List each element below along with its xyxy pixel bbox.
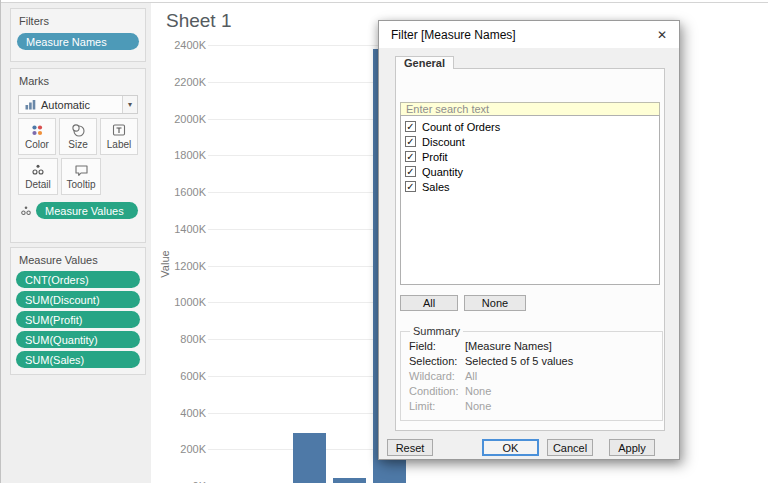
y-axis-tick-label: 1600K bbox=[158, 186, 206, 198]
summary-row-label: Limit: bbox=[409, 400, 465, 412]
measure-pill-sum-discount[interactable]: SUM(Discount) bbox=[16, 291, 140, 308]
summary-legend: Summary bbox=[410, 325, 463, 337]
filter-pill-measure-names[interactable]: Measure Names bbox=[17, 33, 139, 50]
detail-dots-icon bbox=[31, 163, 45, 177]
window-top-border bbox=[0, 2, 768, 3]
summary-row-value: Selected 5 of 5 values bbox=[465, 355, 573, 367]
measure-pill-sum-quantity[interactable]: SUM(Quantity) bbox=[16, 331, 140, 348]
mark-type-dropdown[interactable]: Automatic ▾ bbox=[18, 95, 138, 114]
measure-pill-label: SUM(Profit) bbox=[25, 314, 82, 326]
marks-button-grid: Color Size Label bbox=[18, 118, 138, 195]
summary-row-value: All bbox=[465, 370, 477, 382]
window-left-border bbox=[0, 0, 1, 483]
checkbox-checked-icon[interactable]: ✓ bbox=[405, 121, 416, 132]
detail-button[interactable]: Detail bbox=[18, 158, 58, 195]
y-axis-tick-label: 1800K bbox=[158, 149, 206, 161]
marks-card: Marks Automatic ▾ bbox=[10, 68, 146, 243]
y-axis-tick-label: 1400K bbox=[158, 223, 206, 235]
label-t-icon bbox=[112, 123, 126, 137]
color-dots-icon bbox=[30, 123, 44, 137]
size-button-label: Size bbox=[68, 140, 87, 150]
measure-pill-sum-sales[interactable]: SUM(Sales) bbox=[16, 351, 140, 368]
measure-pill-cnt-orders[interactable]: CNT(Orders) bbox=[16, 271, 140, 288]
measure-pill-sum-profit[interactable]: SUM(Profit) bbox=[16, 311, 140, 328]
summary-group: Summary Field: [Measure Names] Selection… bbox=[400, 325, 663, 421]
checklist-item-profit[interactable]: ✓ Profit bbox=[401, 149, 659, 164]
color-button[interactable]: Color bbox=[18, 118, 56, 155]
tab-general-label: General bbox=[404, 57, 445, 69]
checkbox-checked-icon[interactable]: ✓ bbox=[405, 166, 416, 177]
tab-general[interactable]: General bbox=[395, 56, 454, 69]
summary-row-field: Field: [Measure Names] bbox=[409, 340, 654, 352]
filter-dialog: Filter [Measure Names] ✕ General ✓ Count… bbox=[378, 20, 680, 460]
color-button-label: Color bbox=[25, 140, 49, 150]
filters-card: Filters Measure Names bbox=[10, 8, 146, 62]
sidebar: Filters Measure Names Marks Automatic ▾ bbox=[1, 3, 151, 483]
summary-row-value: None bbox=[465, 400, 491, 412]
tooltip-bubble-icon bbox=[74, 163, 89, 177]
summary-row-condition: Condition: None bbox=[409, 385, 654, 397]
bar-quantity[interactable] bbox=[333, 478, 366, 483]
checklist-item-quantity[interactable]: ✓ Quantity bbox=[401, 164, 659, 179]
mark-type-dropdown-value-wrap: Automatic bbox=[19, 96, 122, 113]
summary-row-value: [Measure Names] bbox=[465, 340, 552, 352]
label-button-label: Label bbox=[107, 140, 131, 150]
chevron-down-icon[interactable]: ▾ bbox=[122, 96, 137, 113]
all-button[interactable]: All bbox=[400, 295, 458, 311]
shelf-pill-measure-values[interactable]: Measure Values bbox=[36, 202, 138, 219]
measure-pill-label: SUM(Sales) bbox=[25, 354, 84, 366]
checklist-item-label: Quantity bbox=[422, 166, 463, 178]
y-axis-tick-label: 400K bbox=[158, 407, 206, 419]
summary-row-selection: Selection: Selected 5 of 5 values bbox=[409, 355, 654, 367]
dialog-titlebar[interactable]: Filter [Measure Names] bbox=[379, 21, 679, 48]
y-axis-tick-label: 1000K bbox=[158, 296, 206, 308]
mark-type-value: Automatic bbox=[41, 99, 90, 111]
search-input[interactable] bbox=[400, 102, 660, 116]
y-axis-tick-label: 600K bbox=[158, 370, 206, 382]
checklist-item-count-of-orders[interactable]: ✓ Count of Orders bbox=[401, 119, 659, 134]
close-icon[interactable]: ✕ bbox=[653, 26, 671, 44]
checklist-item-label: Discount bbox=[422, 136, 465, 148]
summary-row-label: Condition: bbox=[409, 385, 465, 397]
measure-values-card-title: Measure Values bbox=[11, 248, 145, 271]
y-axis-tick-label: 2200K bbox=[158, 76, 206, 88]
measure-pill-label: SUM(Quantity) bbox=[25, 334, 98, 346]
dialog-title: Filter [Measure Names] bbox=[391, 28, 516, 42]
measure-values-card: Measure Values CNT(Orders) SUM(Discount)… bbox=[10, 247, 146, 375]
y-axis-tick-label: 1200K bbox=[158, 260, 206, 272]
marks-card-title: Marks bbox=[11, 69, 145, 92]
none-button[interactable]: None bbox=[464, 295, 526, 311]
size-circles-icon bbox=[71, 123, 86, 137]
summary-row-limit: Limit: None bbox=[409, 400, 654, 412]
filters-card-title: Filters bbox=[11, 9, 145, 32]
filter-pill-label: Measure Names bbox=[26, 36, 107, 48]
measure-pill-label: SUM(Discount) bbox=[25, 294, 100, 306]
label-button[interactable]: Label bbox=[100, 118, 138, 155]
bar-profit[interactable] bbox=[293, 433, 326, 483]
checklist-item-label: Count of Orders bbox=[422, 121, 500, 133]
checklist-item-discount[interactable]: ✓ Discount bbox=[401, 134, 659, 149]
summary-row-label: Selection: bbox=[409, 355, 465, 367]
checkbox-checked-icon[interactable]: ✓ bbox=[405, 181, 416, 192]
checklist-item-sales[interactable]: ✓ Sales bbox=[401, 179, 659, 194]
summary-row-label: Field: bbox=[409, 340, 465, 352]
detail-dots-icon bbox=[20, 205, 32, 217]
dialog-tab-panel: ✓ Count of Orders ✓ Discount ✓ Profit ✓ … bbox=[395, 68, 665, 431]
summary-row-value: None bbox=[465, 385, 491, 397]
y-axis-tick-label: 800K bbox=[158, 333, 206, 345]
size-button[interactable]: Size bbox=[59, 118, 97, 155]
y-axis-tick-label: 2400K bbox=[158, 39, 206, 51]
apply-button[interactable]: Apply bbox=[609, 439, 655, 456]
tooltip-button[interactable]: Tooltip bbox=[61, 158, 101, 195]
checkbox-checked-icon[interactable]: ✓ bbox=[405, 151, 416, 162]
checkbox-checked-icon[interactable]: ✓ bbox=[405, 136, 416, 147]
measure-pill-label: CNT(Orders) bbox=[25, 274, 89, 286]
summary-row-wildcard: Wildcard: All bbox=[409, 370, 654, 382]
ok-button[interactable]: OK bbox=[482, 439, 539, 456]
checklist-item-label: Sales bbox=[422, 181, 450, 193]
y-axis-tick-label: 2000K bbox=[158, 113, 206, 125]
detail-button-label: Detail bbox=[25, 180, 51, 190]
reset-button[interactable]: Reset bbox=[387, 439, 433, 456]
cancel-button[interactable]: Cancel bbox=[547, 439, 593, 456]
mini-bar-chart-icon bbox=[25, 99, 36, 110]
